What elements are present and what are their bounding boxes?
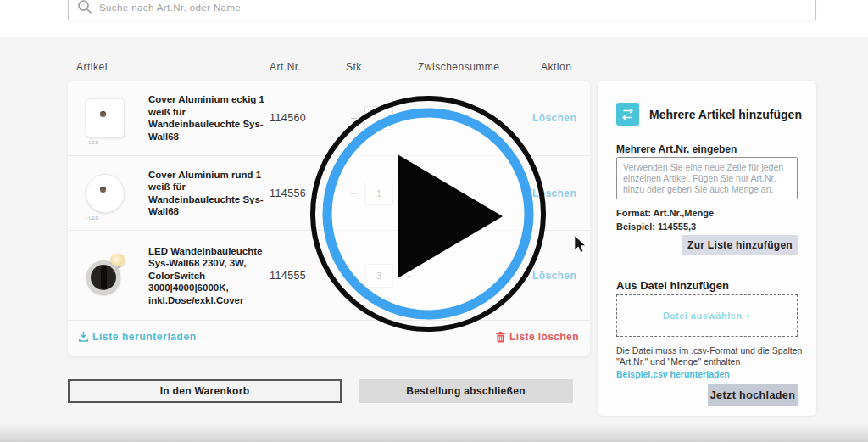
product-name: LED Wandeinbauleuchte Sys-Wall68 230V, 3…	[148, 244, 277, 306]
brand-watermark: ··LED	[85, 140, 99, 145]
multi-artnr-textarea[interactable]	[616, 157, 798, 199]
file-section-title: Aus Datei hinzufügen	[616, 279, 729, 292]
product-image-round-cover: ··LED	[83, 171, 127, 215]
example-csv-link[interactable]: Beispiel.csv herunterladen	[616, 369, 730, 379]
search-box[interactable]	[68, 0, 816, 20]
file-select-label: Datei auswählen +	[663, 311, 751, 321]
search-icon	[76, 0, 93, 15]
add-to-cart-button[interactable]: In den Warenkorb	[68, 379, 342, 403]
swap-arrows-icon	[616, 103, 639, 126]
bulk-add-panel: Mehrere Artikel hinzufügen Mehrere Art.N…	[598, 81, 816, 416]
column-header-artikel: Artikel	[76, 61, 108, 73]
panel-header: Mehrere Artikel hinzufügen	[616, 103, 802, 126]
column-header-aktion: Aktion	[541, 61, 571, 73]
column-header-artnr: Art.Nr.	[270, 61, 302, 73]
column-header-zwischensumme: Zwischensumme	[418, 61, 500, 73]
download-list-link[interactable]: Liste herunterladen	[79, 331, 197, 343]
csv-requirements-hint: Die Datei muss im .csv-Format und die Sp…	[616, 345, 803, 367]
upload-now-button[interactable]: Jetzt hochladen	[708, 384, 798, 406]
brand-watermark: ··LED	[85, 215, 99, 221]
column-header-stk: Stk	[346, 61, 362, 73]
panel-title: Mehrere Artikel hinzufügen	[649, 108, 802, 121]
product-image-led-fixture	[83, 254, 127, 298]
product-image-square-cover: ··LED	[83, 96, 127, 140]
example-hint: Beispiel: 114555,3	[616, 221, 696, 232]
format-hint: Format: Art.Nr.,Menge	[616, 208, 714, 218]
checkout-button[interactable]: Bestellung abschließen	[359, 379, 573, 403]
file-select-dropzone[interactable]: Datei auswählen +	[616, 294, 798, 337]
product-name: Cover Aluminium rund 1 weiß für Wandeinb…	[148, 169, 277, 218]
search-input[interactable]	[99, 0, 794, 15]
top-bar	[0, 0, 868, 37]
download-icon	[79, 332, 88, 342]
mouse-cursor-icon	[574, 235, 587, 257]
video-play-overlay[interactable]	[301, 87, 555, 341]
multi-artnr-label: Mehrere Art.Nr. eingeben	[616, 143, 737, 155]
add-to-list-button[interactable]: Zur Liste hinzufügen	[682, 235, 798, 255]
product-name: Cover Aluminium eckig 1 weiß für Wandein…	[148, 93, 277, 143]
bottom-shade	[0, 423, 868, 442]
